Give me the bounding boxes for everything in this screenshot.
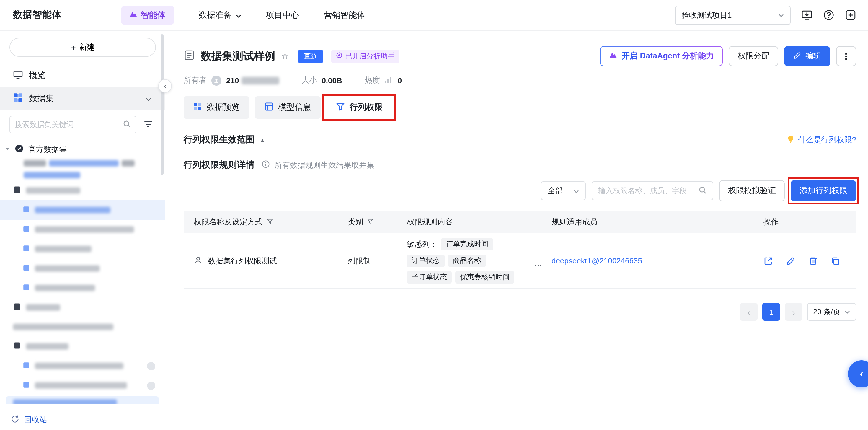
tree-item-redacted[interactable] <box>0 376 165 395</box>
dataset-tabs: 数据预览 模型信息 行列权限 <box>184 96 856 119</box>
filter-funnel-icon[interactable] <box>266 218 273 226</box>
column-header-members: 规则适用成员 <box>552 217 755 227</box>
tree-item-redacted-highlight[interactable] <box>6 396 159 404</box>
project-selector[interactable]: 验收测试项目1 <box>675 6 790 25</box>
tab-label: 数据预览 <box>207 102 240 113</box>
page-size-select[interactable]: 20 条/页 <box>807 303 856 321</box>
tab-row-col-permission[interactable]: 行列权限 <box>327 96 392 119</box>
rules-hint: 所有数据规则生效结果取并集 <box>275 160 374 171</box>
table-icon <box>23 283 30 293</box>
page-header: 数据集测试样例 ☆ 直连 已开启分析助手 开启 DataAgent 分析能力 权… <box>184 46 856 66</box>
dataset-meta-row: 所有者 210 大小 0.00B 热度 0 <box>184 75 856 86</box>
cell-members: deepseekr1@2100246635 <box>552 256 755 265</box>
tree-item-redacted[interactable] <box>0 220 165 239</box>
sidebar-collapse-handle[interactable]: ‹ <box>158 79 172 93</box>
chevron-down-icon[interactable] <box>145 94 152 103</box>
advanced-filter-icon[interactable] <box>140 116 156 133</box>
rule-label: 敏感列： <box>407 239 438 250</box>
nav-item-agent[interactable]: 智能体 <box>121 6 174 25</box>
dataset-search-input[interactable] <box>15 121 119 129</box>
dataset-grid-icon <box>13 93 23 104</box>
topbar: 数据智能体 智能体 数据准备 项目中心 营销智能体 <box>0 0 868 31</box>
sidebar-item-overview[interactable]: 概览 <box>0 64 165 87</box>
copy-icon[interactable] <box>831 256 840 266</box>
tree-group-redacted[interactable] <box>0 337 165 356</box>
tree-item-redacted[interactable] <box>0 317 165 337</box>
help-icon[interactable] <box>823 9 834 21</box>
workbench-icon[interactable] <box>845 9 856 21</box>
tree-group-redacted[interactable] <box>0 298 165 317</box>
nav-item-project-center[interactable]: 项目中心 <box>266 10 299 20</box>
tree-item-redacted[interactable] <box>0 259 165 278</box>
sidebar-item-label: 概览 <box>29 70 45 81</box>
size-label: 大小 <box>302 75 317 86</box>
type-filter-value: 全部 <box>547 185 563 196</box>
type-filter-select[interactable]: 全部 <box>541 181 586 200</box>
owner-label: 所有者 <box>184 75 207 86</box>
new-button[interactable]: + 新建 <box>9 38 156 57</box>
main-nav: 智能体 数据准备 项目中心 营销智能体 <box>121 6 365 25</box>
prev-page-button[interactable]: ‹ <box>740 303 757 321</box>
column-header-actions: 操作 <box>755 217 856 227</box>
member-link[interactable]: deepseekr1@2100246635 <box>552 256 642 265</box>
edit-pencil-icon[interactable] <box>786 256 795 266</box>
tree-item-redacted[interactable] <box>0 239 165 259</box>
client-download-icon[interactable] <box>801 9 812 21</box>
person-icon <box>194 255 203 266</box>
column-header-rule: 权限规则内容 <box>407 217 552 227</box>
edit-button[interactable]: 编辑 <box>784 46 830 66</box>
size-value: 0.00B <box>321 76 342 85</box>
page-number-button[interactable]: 1 <box>762 303 780 321</box>
plus-icon: + <box>70 42 76 52</box>
heat-value: 0 <box>398 76 402 85</box>
tab-model-info[interactable]: 模型信息 <box>255 96 321 119</box>
permission-search-input[interactable] <box>598 187 695 195</box>
cell-actions <box>755 256 856 266</box>
collapse-caret-icon[interactable]: ▲ <box>260 137 265 143</box>
topbar-right: 验收测试项目1 <box>675 6 856 25</box>
page-size-value: 20 条/页 <box>813 307 840 317</box>
monitor-icon <box>13 70 23 82</box>
permission-assign-button[interactable]: 权限分配 <box>728 46 778 66</box>
next-page-button[interactable]: › <box>785 303 802 321</box>
enable-dataagent-button[interactable]: 开启 DataAgent 分析能力 <box>600 46 723 66</box>
sidebar-scrollbar[interactable] <box>161 34 163 175</box>
heat-label: 热度 <box>365 75 380 86</box>
rules-section-header: 行列权限规则详情 所有数据规则生效结果取并集 <box>184 159 856 171</box>
more-actions-button[interactable]: ⋮ <box>836 46 856 66</box>
favorite-star-icon[interactable]: ☆ <box>281 51 289 61</box>
pagination: ‹ 1 › 20 条/页 <box>184 303 856 321</box>
help-link[interactable]: 什么是行列权限? <box>786 134 856 145</box>
search-icon[interactable] <box>699 186 707 196</box>
rule-overflow-ellipsis[interactable]: … <box>534 259 542 268</box>
dataset-doc-icon <box>184 50 195 63</box>
export-icon[interactable] <box>764 256 773 266</box>
add-permission-button[interactable]: 添加行列权限 <box>790 180 856 202</box>
sidebar-item-dataset[interactable]: 数据集 <box>0 87 165 110</box>
search-icon[interactable] <box>123 120 131 130</box>
nav-item-data-prep[interactable]: 数据准备 <box>199 10 241 20</box>
tree-item-redacted-selected[interactable] <box>0 200 165 220</box>
column-header-category: 类别 <box>348 217 407 227</box>
nav-item-marketing-agent[interactable]: 营销智能体 <box>324 10 365 20</box>
help-link-label: 什么是行列权限? <box>798 134 856 145</box>
simulate-permission-button[interactable]: 权限模拟验证 <box>719 180 785 202</box>
table-header-row: 权限名称及设定方式 类别 权限规则内容 规则适用成员 <box>184 211 856 233</box>
tab-data-preview[interactable]: 数据预览 <box>184 96 249 119</box>
tree-item-redacted[interactable] <box>0 356 165 376</box>
mountain-icon <box>609 51 618 61</box>
redacted-owner-id <box>241 76 279 84</box>
model-icon <box>265 102 273 113</box>
rule-tags: 敏感列： 订单完成时间订单状态商品名称子订单状态优惠券核销时间优惠券ID性别 <box>407 238 526 288</box>
cell-rule-content: 敏感列： 订单完成时间订单状态商品名称子订单状态优惠券核销时间优惠券ID性别 … <box>407 233 552 288</box>
tree-caret-icon[interactable] <box>5 145 10 154</box>
tree-item-label: 官方数据集 <box>28 144 67 154</box>
tree-group-redacted[interactable] <box>0 181 165 200</box>
tree-item-official-dataset[interactable]: 官方数据集 <box>0 140 165 159</box>
filter-funnel-icon[interactable] <box>367 218 374 226</box>
delete-trash-icon[interactable] <box>808 256 818 266</box>
edit-button-label: 编辑 <box>805 51 822 61</box>
tree-item-redacted[interactable] <box>0 278 165 298</box>
check-circle-icon <box>15 144 24 154</box>
recycle-bin[interactable]: 回收站 <box>0 409 165 430</box>
